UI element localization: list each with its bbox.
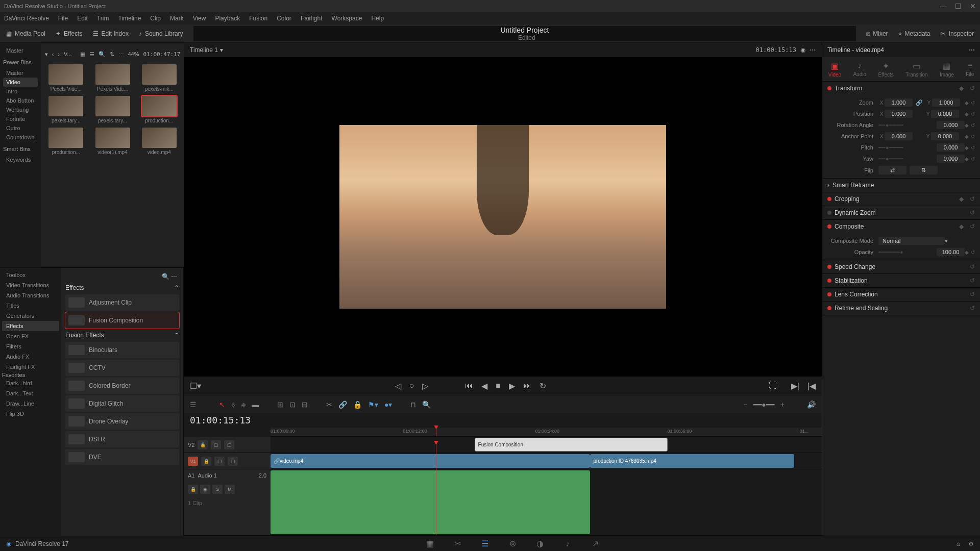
next-edit-icon[interactable]: ▷ <box>422 381 428 391</box>
first-frame-button[interactable]: ⏮ <box>465 381 473 390</box>
reset-icon[interactable]: ↺ <box>971 145 975 151</box>
search-tool[interactable]: 🔍 <box>422 400 431 409</box>
reset-icon[interactable]: ↺ <box>970 305 975 312</box>
loop-button[interactable]: ↻ <box>540 381 546 391</box>
menu-trim[interactable]: Trim <box>97 15 109 22</box>
nav-back-icon[interactable]: ‹ <box>52 51 54 57</box>
disable-icon[interactable]: ▢ <box>228 457 238 466</box>
media-thumb[interactable]: video.mp4 <box>138 128 180 155</box>
tab-file[interactable]: ≡File <box>966 61 974 77</box>
smartreframe-header[interactable]: ›Smart Reframe <box>822 179 980 192</box>
timeline-view-icon[interactable]: ☰ <box>190 400 197 409</box>
goto-in-icon[interactable]: ▶| <box>791 381 799 391</box>
fx-audiofx[interactable]: Audio FX <box>2 352 59 362</box>
reset-icon[interactable]: ↺ <box>970 223 975 230</box>
nav-fwd-icon[interactable]: › <box>58 51 60 57</box>
page-media[interactable]: ▦ <box>424 539 436 549</box>
page-cut[interactable]: ✂ <box>451 539 463 549</box>
sort-label[interactable]: V... <box>64 51 72 57</box>
zoom-out-icon[interactable]: − <box>743 400 747 409</box>
snap-tool[interactable]: ⊓ <box>410 400 416 409</box>
reset-icon[interactable]: ↺ <box>971 134 975 139</box>
home-icon[interactable]: ⌂ <box>957 540 960 547</box>
bin-master[interactable]: Master <box>3 46 38 55</box>
keyframe-icon[interactable]: ◆ <box>965 145 969 151</box>
composite-mode-select[interactable]: Normal <box>878 237 945 245</box>
keyframe-icon[interactable]: ◆ <box>965 122 969 128</box>
replace-tool[interactable]: ⊟ <box>302 400 308 409</box>
menu-color[interactable]: Color <box>277 15 291 22</box>
lock-icon[interactable]: 🔒 <box>198 440 208 449</box>
flip-v-button[interactable]: ⇅ <box>910 166 938 174</box>
auto-select-icon[interactable]: ▢ <box>211 440 221 449</box>
opacity-input[interactable]: 100.00 <box>937 248 965 256</box>
mute-button[interactable]: M <box>225 485 235 494</box>
tab-video[interactable]: ▣Video <box>828 61 841 78</box>
menu-timeline[interactable]: Timeline <box>118 15 141 22</box>
fx-item[interactable]: Drone Overlay <box>65 413 179 430</box>
solo-button[interactable]: S <box>212 485 223 494</box>
transform-header[interactable]: Transform◆↺ <box>822 82 980 95</box>
timeline-name[interactable]: Timeline 1 <box>190 46 218 54</box>
page-fusion[interactable]: ⊚ <box>506 539 519 549</box>
media-thumb[interactable]: video(1).mp4 <box>91 128 134 155</box>
last-frame-button[interactable]: ⏭ <box>523 381 531 390</box>
tab-audio[interactable]: ♪Audio <box>853 61 866 77</box>
page-deliver[interactable]: ↗ <box>589 539 601 549</box>
keyframe-icon[interactable]: ◆ <box>965 111 969 117</box>
fx-fairlightfx[interactable]: Fairlight FX <box>2 362 59 372</box>
blade-tool[interactable]: ▬ <box>252 400 259 409</box>
tab-effects[interactable]: ✦Effects <box>878 61 893 78</box>
bin-item[interactable]: Master <box>3 68 38 78</box>
selection-tool[interactable]: ↖ <box>219 400 225 409</box>
pos-x-input[interactable]: 0.000 <box>885 110 913 118</box>
mediapool-toggle[interactable]: ▦Media Pool <box>6 30 45 37</box>
reset-icon[interactable]: ↺ <box>970 277 975 284</box>
inspector-toggle[interactable]: ✂Inspector <box>941 30 974 37</box>
more-icon[interactable]: ⋯ <box>118 51 124 58</box>
reset-icon[interactable]: ↺ <box>971 111 975 117</box>
media-thumb[interactable]: Pexels Vide... <box>91 64 134 92</box>
menu-file[interactable]: File <box>58 15 68 22</box>
stabilization-header[interactable]: Stabilization↺ <box>822 274 980 287</box>
reset-icon[interactable]: ↺ <box>970 85 975 92</box>
chevron-down-icon[interactable]: ▾ <box>220 46 223 54</box>
composite-header[interactable]: Composite◆↺ <box>822 220 980 233</box>
fx-item[interactable]: DVE <box>65 449 179 465</box>
fx-filters[interactable]: Filters <box>2 341 59 352</box>
bin-video[interactable]: Video <box>3 78 38 87</box>
media-thumb[interactable]: pexels-tary... <box>45 96 87 123</box>
auto-select-icon[interactable]: ◉ <box>200 485 210 494</box>
menu-fusion[interactable]: Fusion <box>249 15 267 22</box>
reset-icon[interactable]: ↺ <box>971 249 975 255</box>
fx-more-icon[interactable]: ⋯ <box>171 273 177 280</box>
yaw-slider[interactable]: ━━●━━━━ <box>878 156 937 162</box>
chevron-up-icon[interactable]: ⌃ <box>174 332 179 339</box>
anchor-y-input[interactable]: 0.000 <box>931 132 959 140</box>
flag-tool[interactable]: ⚑▾ <box>368 400 378 409</box>
keyframe-icon[interactable]: ◆ <box>959 195 964 203</box>
prev-edit-icon[interactable]: ◁ <box>395 381 401 391</box>
metadata-toggle[interactable]: ⌖Metadata <box>898 30 930 37</box>
keyframe-icon[interactable]: ◆ <box>965 100 969 106</box>
play-reverse-button[interactable]: ◀ <box>481 381 487 391</box>
insert-tool[interactable]: ⊞ <box>277 400 283 409</box>
link-icon[interactable]: 🔗 <box>916 99 923 106</box>
fx-item[interactable]: Binoculars <box>65 342 179 358</box>
lock-icon[interactable]: 🔒 <box>201 457 211 466</box>
chevron-down-icon[interactable]: ▾ <box>945 238 948 244</box>
bypass-icon[interactable]: ☐▾ <box>190 381 201 391</box>
disable-icon[interactable]: ▢ <box>224 440 234 449</box>
effects-toggle[interactable]: ✦Effects <box>56 30 82 37</box>
fx-atrans[interactable]: Audio Transitions <box>2 290 59 300</box>
fx-section-fusion[interactable]: Fusion Effects <box>65 332 104 339</box>
flip-h-button[interactable]: ⇄ <box>878 166 906 174</box>
timeline-ruler[interactable]: 01:00:00:00 01:00:12:00 01:00:24:00 01:0… <box>271 428 822 437</box>
reset-icon[interactable]: ↺ <box>971 156 975 162</box>
reset-icon[interactable]: ↺ <box>970 263 975 270</box>
lock-icon[interactable]: 🔒 <box>188 485 198 494</box>
page-edit[interactable]: ☰ <box>479 539 491 549</box>
page-color[interactable]: ◑ <box>534 539 546 549</box>
reset-icon[interactable]: ↺ <box>970 195 975 203</box>
reset-icon[interactable]: ↺ <box>970 291 975 298</box>
